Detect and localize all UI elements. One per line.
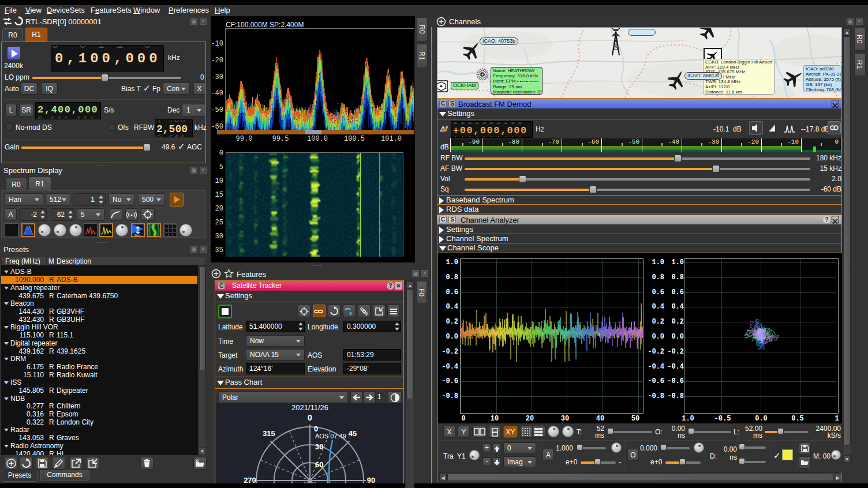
svg-text:30: 30	[315, 442, 323, 451]
svg-text:2021/11/26: 2021/11/26	[291, 403, 328, 412]
svg-text:90: 90	[367, 476, 375, 483]
svg-text:AOS 07:49: AOS 07:49	[315, 433, 346, 440]
svg-text:0: 0	[314, 425, 318, 433]
svg-text:60: 60	[315, 460, 323, 469]
svg-text:315: 315	[263, 429, 275, 438]
svg-text:270: 270	[244, 476, 256, 483]
svg-text:45: 45	[349, 429, 357, 438]
svg-text:s: s	[349, 310, 352, 316]
svg-text:0: 0	[308, 413, 312, 422]
